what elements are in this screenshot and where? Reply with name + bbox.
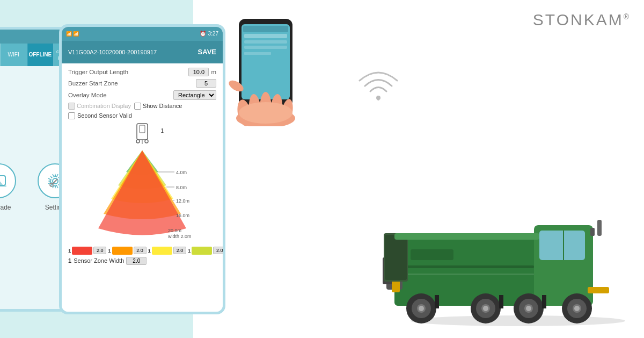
- svg-marker-2: [0, 180, 3, 185]
- svg-rect-71: [435, 295, 439, 308]
- svg-rect-74: [394, 265, 534, 268]
- brand-name: STONKAM: [533, 11, 624, 28]
- svg-line-7: [48, 178, 52, 180]
- phone2-status-left: 📶📶: [66, 31, 79, 37]
- upgrade-label: Upgrade: [0, 204, 11, 211]
- combination-display-label: Combination Display: [77, 103, 131, 109]
- right-section: STONKAM®: [193, 0, 644, 338]
- svg-rect-73: [542, 295, 546, 308]
- zone-bar-3: 1 2.0: [148, 247, 186, 255]
- zone-bar-4-num: 1: [188, 248, 191, 254]
- svg-rect-50: [539, 231, 585, 260]
- svg-point-45: [239, 102, 292, 124]
- sensor-zone-width-num: 1: [68, 257, 71, 264]
- svg-rect-34: [244, 34, 287, 38]
- svg-point-69: [526, 306, 531, 311]
- svg-rect-37: [244, 52, 271, 55]
- show-distance-label: Show Distance: [143, 103, 182, 109]
- phone1-upgrade-item: Upgrade: [0, 163, 16, 211]
- svg-line-10: [56, 185, 58, 188]
- wifi-area: [357, 67, 400, 102]
- zone-bar-4-val[interactable]: 2.0: [213, 247, 223, 254]
- zone-bar-1-val[interactable]: 2.0: [93, 247, 106, 254]
- phone2-status-right: ⏰ 3:27: [200, 31, 218, 37]
- brand-area: STONKAM®: [533, 11, 631, 29]
- overlay-mode-label: Overlay Mode: [68, 92, 173, 98]
- svg-rect-78: [385, 235, 407, 280]
- svg-rect-76: [411, 249, 453, 260]
- second-sensor-label: Second Sensor Valid: [77, 112, 132, 119]
- svg-text:4.0m: 4.0m: [176, 170, 187, 175]
- wifi-icon: [357, 67, 400, 102]
- combination-display-checkbox[interactable]: [68, 103, 75, 110]
- combination-row: Combination Display Show Distance: [68, 103, 216, 110]
- phone1-nav-wifi[interactable]: WIFI: [1, 44, 27, 66]
- zone-bar-4: 1 2.0: [188, 247, 223, 255]
- sensor-zone-width-label: Sensor Zone Width: [74, 257, 124, 264]
- svg-rect-33: [243, 26, 288, 32]
- main-container: 📶 📶 ⏰ 3:28 manual connect WIFI: [0, 0, 644, 338]
- svg-point-46: [376, 96, 380, 100]
- svg-text:20.0m: 20.0m: [168, 228, 181, 233]
- phone2-settings: Trigger Output Length m Buzzer Start Zon…: [62, 63, 223, 312]
- trigger-output-label: Trigger Output Length: [68, 69, 188, 75]
- phone2-time: 3:27: [208, 31, 218, 37]
- left-section: 📶 📶 ⏰ 3:28 manual connect WIFI: [0, 0, 193, 338]
- upgrade-icon: [0, 171, 9, 191]
- svg-rect-82: [597, 220, 602, 236]
- truck-area: [378, 204, 636, 327]
- svg-point-17: [136, 140, 140, 143]
- phone1-nav-offline[interactable]: OFFLINE: [27, 44, 54, 66]
- zone-bars-row: 1 2.0 1 2.0 1: [68, 247, 216, 255]
- svg-rect-81: [590, 228, 595, 236]
- brand-reg: ®: [624, 12, 631, 21]
- truck-svg: [378, 204, 636, 327]
- second-sensor-row: Second Sensor Valid: [68, 112, 216, 119]
- svg-text:8.0m: 8.0m: [176, 185, 187, 190]
- sensor-zone-width-row: 1 Sensor Zone Width: [68, 257, 216, 265]
- phone2-inner: 📶📶 ⏰ 3:27 V11G00A2-10020000-200190917 SA…: [62, 27, 223, 312]
- phone2-header: V11G00A2-10020000-200190917 SAVE: [62, 41, 223, 63]
- save-button[interactable]: SAVE: [198, 48, 216, 56]
- zone-bar-2-num: 1: [108, 248, 111, 254]
- zone-bar-1-num: 1: [68, 248, 71, 254]
- show-distance-cb-wrap: Show Distance: [134, 103, 182, 110]
- zone-bar-3-num: 1: [148, 248, 151, 254]
- svg-rect-35: [244, 40, 287, 44]
- svg-rect-16: [140, 125, 145, 133]
- svg-line-5: [53, 174, 54, 177]
- upgrade-icon-circle[interactable]: [0, 163, 16, 198]
- zone-bar-2: 1 2.0: [108, 247, 146, 255]
- trigger-output-input[interactable]: [188, 68, 209, 76]
- show-distance-checkbox[interactable]: [134, 103, 141, 110]
- svg-point-67: [419, 306, 424, 311]
- device-id: V11G00A2-10020000-200190917: [68, 49, 157, 55]
- phone2: 📶📶 ⏰ 3:27 V11G00A2-10020000-200190917 SA…: [59, 24, 225, 314]
- sensor-diagram-container: 1: [68, 123, 216, 244]
- svg-rect-36: [244, 46, 287, 49]
- svg-rect-80: [588, 287, 609, 293]
- sensor-zone-width-input[interactable]: [126, 257, 147, 265]
- sensor-top-icon: 1: [126, 123, 158, 144]
- overlay-mode-row: Overlay Mode Rectangle: [68, 90, 216, 100]
- second-sensor-checkbox[interactable]: [68, 112, 75, 119]
- zone-bar-2-val[interactable]: 2.0: [134, 247, 147, 254]
- trigger-output-row: Trigger Output Length m: [68, 68, 216, 76]
- buzzer-zone-input[interactable]: [196, 79, 216, 88]
- combination-display-cb-wrap: Combination Display: [68, 103, 131, 110]
- svg-text:12.0m: 12.0m: [176, 198, 189, 204]
- svg-rect-79: [394, 233, 539, 240]
- svg-text:width 2.0m: width 2.0m: [167, 234, 192, 239]
- svg-point-18: [145, 140, 148, 143]
- phone2-status-bar: 📶📶 ⏰ 3:27: [62, 27, 223, 41]
- zone-bar-1: 1 2.0: [68, 247, 106, 255]
- svg-rect-3: [0, 185, 6, 187]
- overlay-mode-select[interactable]: Rectangle: [173, 90, 216, 100]
- svg-rect-75: [394, 274, 534, 275]
- zone-bar-3-val[interactable]: 2.0: [173, 247, 186, 254]
- svg-point-68: [483, 306, 488, 311]
- svg-rect-15: [137, 124, 148, 140]
- svg-rect-72: [499, 295, 503, 308]
- sensor-diagram-number: 1: [160, 128, 164, 134]
- buzzer-zone-row: Buzzer Start Zone: [68, 79, 216, 88]
